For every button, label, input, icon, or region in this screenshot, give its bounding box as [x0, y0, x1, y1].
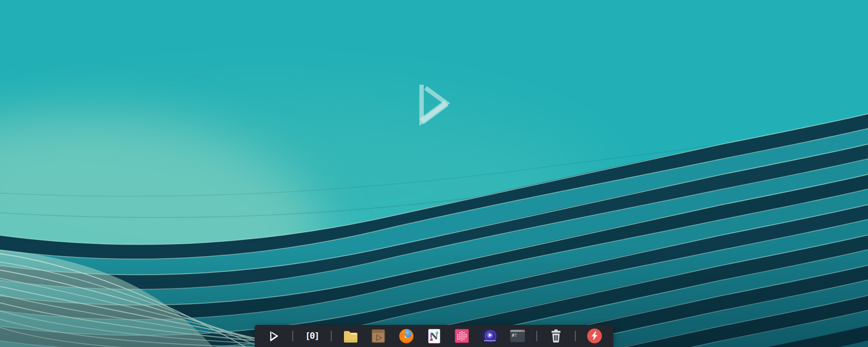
play-triangle-outline-icon: [267, 329, 280, 342]
dock-trash-button[interactable]: [547, 327, 565, 345]
terminal-window-icon: #!: [510, 330, 525, 342]
dock-dotgrid-app-button[interactable]: [453, 327, 471, 345]
dock-file-manager-button[interactable]: [341, 327, 359, 345]
dock-notes-app-button[interactable]: N: [425, 327, 443, 345]
terminal-close-dot: [521, 330, 524, 331]
wallpaper-waves: [0, 0, 868, 347]
folder-icon: [343, 330, 358, 342]
terminal-prompt-label: #!: [512, 333, 517, 338]
dock-separator: [292, 331, 293, 341]
dock-separator: [536, 331, 537, 341]
trash-icon: [550, 329, 562, 343]
dock-terminal-button[interactable]: #!: [509, 327, 527, 345]
letter-n-document-icon: N: [428, 329, 440, 343]
dock-launcher-play-button[interactable]: [264, 327, 283, 345]
dock-package-app-button[interactable]: [369, 327, 387, 345]
dock: [0]: [255, 325, 613, 347]
dock-media-player-button[interactable]: [481, 327, 499, 345]
dock-separator: [575, 331, 576, 341]
dock-workspace-indicator[interactable]: [0]: [303, 327, 321, 345]
firefox-icon: [399, 329, 414, 343]
dock-power-mode-button[interactable]: [585, 327, 604, 345]
workspace-indicator-label: [0]: [305, 331, 319, 340]
box-play-icon: [371, 329, 385, 343]
play-logo-watermark-icon: [414, 79, 453, 127]
dock-separator: [331, 331, 332, 341]
dock-firefox-button[interactable]: [397, 327, 415, 345]
pink-dots-icon: [455, 329, 469, 343]
play-glow-icon: [482, 330, 497, 342]
desktop: [0]: [0, 0, 868, 347]
lightning-bolt-icon: [587, 329, 602, 343]
